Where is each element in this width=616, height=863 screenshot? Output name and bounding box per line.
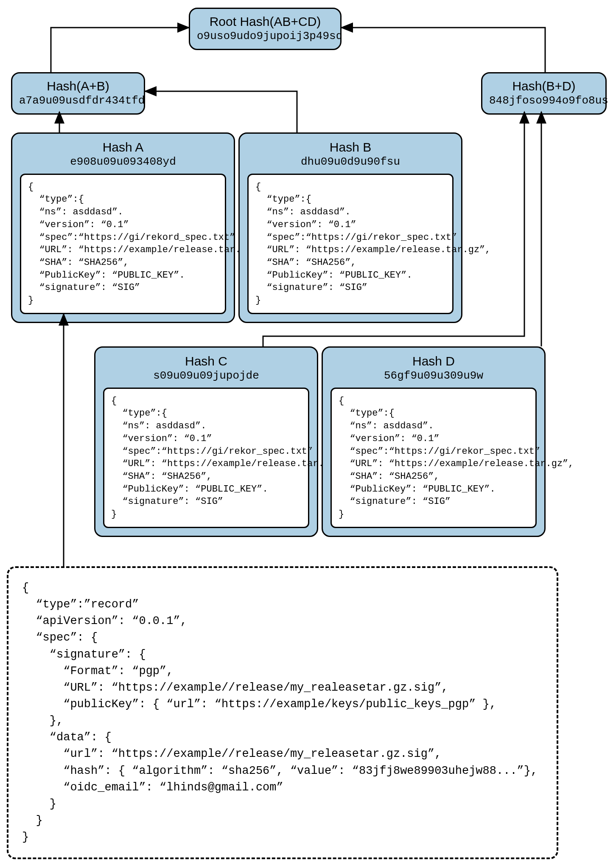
hash-bd-title: Hash(B+D) (489, 79, 599, 94)
hash-a-title: Hash A (20, 140, 226, 155)
hash-b-title: Hash B (247, 140, 454, 155)
root-hash-title: Root Hash(AB+CD) (197, 14, 333, 29)
arrow-ab-to-root (51, 28, 189, 72)
hash-a-value: e908u09u093408yd (20, 155, 226, 169)
root-hash-node: Root Hash(AB+CD) o9uso9udo9jupoij3p49sd (189, 8, 342, 50)
hash-ab-node: Hash(A+B) a7a9u09usdfdr434tfd (11, 72, 145, 115)
hash-c-title: Hash C (103, 354, 309, 369)
hash-a-json: { “type”:{ “ns”: asddasd”. “version”: “0… (20, 174, 226, 314)
hash-c-json: { “type”:{ “ns”: asddasd”. “version”: “0… (103, 388, 309, 528)
hash-b-value: dhu09u0d9u90fsu (247, 155, 454, 169)
arrow-b-to-ab (145, 91, 297, 132)
hash-d-value: 56gf9u09u309u9w (330, 369, 537, 383)
hash-c-value: s09u09u09jupojde (103, 369, 309, 383)
hash-a-node: Hash A e908u09u093408yd { “type”:{ “ns”:… (11, 132, 235, 323)
hash-b-node: Hash B dhu09u0d9u90fsu { “type”:{ “ns”: … (238, 132, 462, 323)
hash-bd-value: 848jfoso994o9fo8us (489, 94, 599, 108)
record-json-box: { “type”:”record” “apiVersion”: “0.0.1”,… (7, 566, 558, 859)
hash-ab-title: Hash(A+B) (19, 79, 137, 94)
root-hash-value: o9uso9udo9jupoij3p49sd (197, 29, 333, 44)
hash-d-json: { “type”:{ “ns”: asddasd”. “version”: “0… (330, 388, 537, 528)
hash-bd-node: Hash(B+D) 848jfoso994o9fo8us (481, 72, 607, 115)
hash-ab-value: a7a9u09usdfdr434tfd (19, 94, 137, 108)
arrow-bd-to-root (342, 28, 545, 72)
hash-b-json: { “type”:{ “ns”: asddasd”. “version”: “0… (247, 174, 454, 314)
hash-d-title: Hash D (330, 354, 537, 369)
hash-d-node: Hash D 56gf9u09u309u9w { “type”:{ “ns”: … (322, 346, 546, 537)
hash-c-node: Hash C s09u09u09jupojde { “type”:{ “ns”:… (94, 346, 318, 537)
